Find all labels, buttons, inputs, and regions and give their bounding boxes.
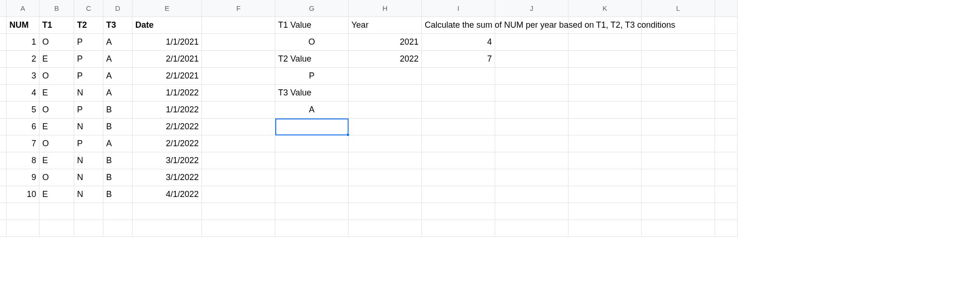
cell-E6[interactable]: 1/1/2022: [132, 102, 202, 118]
row-gutter[interactable]: [0, 152, 7, 169]
cell-extra-13[interactable]: [715, 220, 738, 237]
cell-I6[interactable]: [422, 102, 495, 118]
cell-K12[interactable]: [568, 203, 642, 220]
cell-H13[interactable]: [349, 220, 422, 237]
cell-C6[interactable]: P: [74, 102, 103, 118]
col-header-H[interactable]: H: [349, 0, 422, 17]
cell-G9[interactable]: [275, 152, 349, 169]
selection-handle-icon[interactable]: [346, 133, 350, 136]
cell-K13[interactable]: [568, 220, 642, 237]
cell-H6[interactable]: [349, 102, 422, 118]
cell-H8[interactable]: [349, 135, 422, 152]
cell-G6[interactable]: A: [275, 102, 349, 118]
cell-F1[interactable]: [202, 17, 275, 34]
cell-K9[interactable]: [568, 152, 642, 169]
cell-H10[interactable]: [349, 169, 422, 186]
corner-cell[interactable]: [0, 0, 7, 17]
cell-D5[interactable]: A: [103, 85, 132, 102]
cell-J8[interactable]: [495, 135, 568, 152]
cell-B10[interactable]: O: [39, 169, 74, 186]
cell-L7[interactable]: [642, 118, 715, 135]
cell-A3[interactable]: 2: [7, 51, 39, 68]
cell-C13[interactable]: [74, 220, 103, 237]
cell-E13[interactable]: [132, 220, 202, 237]
cell-extra-10[interactable]: [715, 169, 738, 186]
cell-extra-1[interactable]: [715, 17, 738, 34]
cell-L12[interactable]: [642, 203, 715, 220]
cell-C9[interactable]: N: [74, 152, 103, 169]
cell-H7[interactable]: [349, 118, 422, 135]
cell-B4[interactable]: O: [39, 68, 74, 85]
cell-F8[interactable]: [202, 135, 275, 152]
cell-C7[interactable]: N: [74, 118, 103, 135]
row-gutter[interactable]: [0, 17, 7, 34]
cell-G5[interactable]: T3 Value: [275, 85, 349, 102]
row-gutter[interactable]: [0, 102, 7, 118]
cell-G4[interactable]: P: [275, 68, 349, 85]
cell-G8[interactable]: [275, 135, 349, 152]
row-gutter[interactable]: [0, 135, 7, 152]
cell-extra-4[interactable]: [715, 68, 738, 85]
cell-extra-5[interactable]: [715, 85, 738, 102]
cell-extra-7[interactable]: [715, 118, 738, 135]
cell-A6[interactable]: 5: [7, 102, 39, 118]
cell-C4[interactable]: P: [74, 68, 103, 85]
cell-I11[interactable]: [422, 186, 495, 203]
cell-extra-8[interactable]: [715, 135, 738, 152]
cell-I10[interactable]: [422, 169, 495, 186]
cell-A8[interactable]: 7: [7, 135, 39, 152]
cell-H1[interactable]: Year: [349, 17, 422, 34]
cell-G11[interactable]: [275, 186, 349, 203]
cell-E3[interactable]: 2/1/2021: [132, 51, 202, 68]
cell-C10[interactable]: N: [74, 169, 103, 186]
cell-A5[interactable]: 4: [7, 85, 39, 102]
cell-E7[interactable]: 2/1/2022: [132, 118, 202, 135]
cell-extra-9[interactable]: [715, 152, 738, 169]
cell-G10[interactable]: [275, 169, 349, 186]
cell-extra-11[interactable]: [715, 186, 738, 203]
cell-G2[interactable]: O: [275, 34, 349, 51]
cell-C8[interactable]: P: [74, 135, 103, 152]
cell-K4[interactable]: [568, 68, 642, 85]
col-header-C[interactable]: C: [74, 0, 103, 17]
cell-D10[interactable]: B: [103, 169, 132, 186]
cell-F10[interactable]: [202, 169, 275, 186]
cell-K8[interactable]: [568, 135, 642, 152]
cell-L13[interactable]: [642, 220, 715, 237]
cell-I2[interactable]: 4: [422, 34, 495, 51]
cell-D1[interactable]: T3: [103, 17, 132, 34]
col-header-A[interactable]: A: [7, 0, 39, 17]
spreadsheet-grid[interactable]: A B C D E F G H I J K L NUM T1 T2 T3 Dat…: [0, 0, 980, 237]
cell-H4[interactable]: [349, 68, 422, 85]
cell-D11[interactable]: B: [103, 186, 132, 203]
cell-J6[interactable]: [495, 102, 568, 118]
cell-E10[interactable]: 3/1/2022: [132, 169, 202, 186]
cell-extra-12[interactable]: [715, 203, 738, 220]
row-gutter[interactable]: [0, 169, 7, 186]
cell-J12[interactable]: [495, 203, 568, 220]
cell-B1[interactable]: T1: [39, 17, 74, 34]
cell-L4[interactable]: [642, 68, 715, 85]
cell-F12[interactable]: [202, 203, 275, 220]
cell-D3[interactable]: A: [103, 51, 132, 68]
row-gutter[interactable]: [0, 68, 7, 85]
row-gutter[interactable]: [0, 34, 7, 51]
cell-L3[interactable]: [642, 51, 715, 68]
cell-F3[interactable]: [202, 51, 275, 68]
cell-A13[interactable]: [7, 220, 39, 237]
cell-K10[interactable]: [568, 169, 642, 186]
cell-I8[interactable]: [422, 135, 495, 152]
row-gutter[interactable]: [0, 203, 7, 220]
cell-L9[interactable]: [642, 152, 715, 169]
cell-F5[interactable]: [202, 85, 275, 102]
cell-J2[interactable]: [495, 34, 568, 51]
cell-F11[interactable]: [202, 186, 275, 203]
cell-I13[interactable]: [422, 220, 495, 237]
cell-D12[interactable]: [103, 203, 132, 220]
cell-A9[interactable]: 8: [7, 152, 39, 169]
cell-H2[interactable]: 2021: [349, 34, 422, 51]
cell-J5[interactable]: [495, 85, 568, 102]
cell-L2[interactable]: [642, 34, 715, 51]
cell-A10[interactable]: 9: [7, 169, 39, 186]
cell-L10[interactable]: [642, 169, 715, 186]
